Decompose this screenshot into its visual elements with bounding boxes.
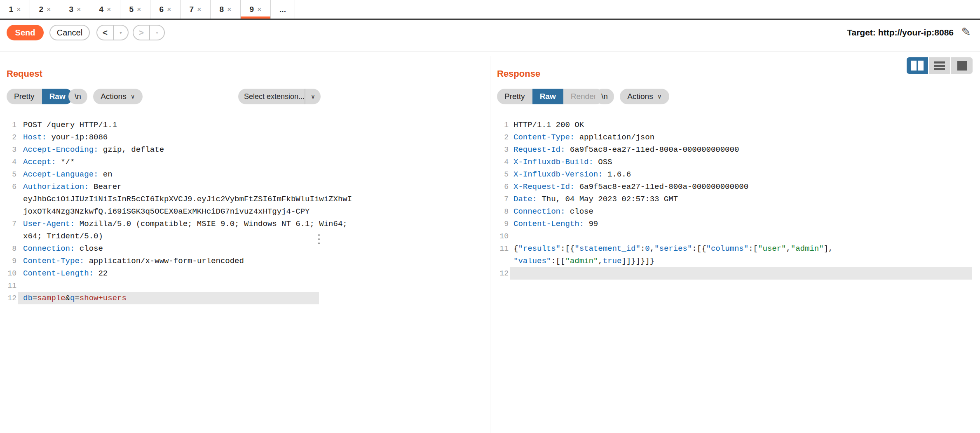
line-number: 12 [0,292,16,304]
code-row: 12db=sample&q=show+users [0,292,490,304]
request-newline-toggle[interactable]: \n [68,89,87,104]
tab-close-icon[interactable]: × [137,6,141,13]
line-number: 1 [0,119,16,131]
response-view-tabs: PrettyRawRender [497,89,604,104]
target-info: Target:http://your-ip:8086 [847,28,954,38]
code-text: db=sample&q=show+users [23,292,127,304]
code-row: x64; Trident/5.0) [0,230,490,242]
code-row: 11 [0,280,490,292]
request-tab-pretty[interactable]: Pretty [7,89,42,104]
line-number: 5 [0,168,16,181]
repeater-toolbar: Send Cancel < ▾ > ▾ Target:http://your-i… [0,25,980,43]
tab-label: 5 [129,5,134,14]
tab-close-icon[interactable]: × [257,6,262,13]
repeater-tab-3[interactable]: 3× [60,0,90,19]
code-text: "values":[["admin",true]]}]}]} [513,255,654,267]
edit-target-pencil-icon[interactable]: ✎ [961,25,971,39]
code-text: joxOTk4Nzg3NzkwfQ.i69iSGK3q5OCEX0aExMKHc… [23,205,310,218]
forward-history-dropdown: ▾ [149,26,164,40]
target-value: http://your-ip:8086 [878,28,954,37]
response-actions-dropdown[interactable]: Actions ∨ [620,89,669,104]
code-text: Host: your-ip:8086 [23,131,108,144]
chevron-down-icon: ∨ [131,93,135,100]
actions-label: Actions [101,92,126,101]
repeater-tab-7[interactable]: 7× [181,0,211,19]
code-row: 10 [490,230,980,242]
response-tab-raw[interactable]: Raw [532,89,563,104]
tab-close-icon[interactable]: × [107,6,111,13]
code-text: User-Agent: Mozilla/5.0 (compatible; MSI… [23,218,347,230]
layout-columns-button[interactable] [907,57,928,74]
repeater-tab-4[interactable]: 4× [90,0,120,19]
code-row: 12 [490,267,980,280]
layout-single-button[interactable] [951,57,973,74]
line-number: 2 [490,131,509,144]
chevron-down-icon: ∨ [657,93,662,100]
tab-label: 7 [189,5,194,14]
target-label: Target: [847,28,876,37]
cancel-button[interactable]: Cancel [49,25,90,40]
repeater-tab-9[interactable]: 9× [241,0,271,19]
tab-close-icon[interactable]: × [227,6,232,13]
code-row: "values":[["admin",true]]}]}]} [490,255,980,267]
code-row: 5X-Influxdb-Version: 1.6.6 [490,168,980,181]
request-editor[interactable]: 1POST /query HTTP/1.12Host: your-ip:8086… [0,119,490,304]
tab-close-icon[interactable]: × [16,6,21,13]
response-editor[interactable]: 1HTTP/1.1 200 OK2Content-Type: applicati… [490,119,980,280]
code-text: Content-Length: 22 [23,267,108,280]
rows-icon [934,61,945,70]
code-text: HTTP/1.1 200 OK [513,119,584,131]
code-row: 11{"results":[{"statement_id":0,"series"… [490,242,980,255]
request-view-tabs: PrettyRaw [7,89,73,104]
repeater-tab-6[interactable]: 6× [150,0,181,19]
caret-down-icon: ▾ [120,30,122,35]
caret-down-icon: ▾ [156,30,158,35]
code-text: Content-Length: 99 [513,218,598,230]
code-row: eyJhbGciOiJIUzI1NiIsInR5cCI6IkpXVCJ9.eyJ… [0,193,490,205]
code-text: Content-Type: application/json [513,131,654,144]
code-text: eyJhbGciOiJIUzI1NiIsInR5cCI6IkpXVCJ9.eyJ… [23,193,352,205]
tab-close-icon[interactable]: × [167,6,171,13]
tab-label: 4 [99,5,103,14]
single-pane-icon [957,61,967,71]
code-row: 4Accept: */* [0,156,490,168]
response-tab-pretty[interactable]: Pretty [497,89,532,104]
tab-close-icon[interactable]: × [47,6,51,13]
code-row: 6Authorization: Bearer [0,181,490,193]
line-number: 6 [490,181,509,193]
repeater-tab-...[interactable]: ... [271,0,295,19]
line-number: 1 [490,119,509,131]
code-text: X-Influxdb-Version: 1.6.6 [513,168,631,181]
layout-rows-button[interactable] [929,57,950,74]
repeater-tab-5[interactable]: 5× [120,0,150,19]
response-newline-toggle[interactable]: \n [595,89,614,104]
select-extension-dropdown[interactable]: Select extension... ∨ [238,89,321,104]
code-text: Accept-Language: en [23,168,113,181]
back-history-dropdown[interactable]: ▾ [113,26,128,40]
tab-close-icon[interactable]: × [197,6,202,13]
repeater-tab-2[interactable]: 2× [30,0,60,19]
back-button[interactable]: < [97,26,113,40]
splitter-grip[interactable] [318,234,320,244]
select-extension-value: Select extension... [238,92,305,101]
repeater-tab-1[interactable]: 1× [0,0,30,19]
tab-close-icon[interactable]: × [77,6,81,13]
code-text: Request-Id: 6a9f5ac8-ea27-11ed-800a-0000… [513,144,739,156]
code-row: 3Request-Id: 6a9f5ac8-ea27-11ed-800a-000… [490,144,980,156]
code-row: 3Accept-Encoding: gzip, deflate [0,144,490,156]
repeater-tab-8[interactable]: 8× [211,0,241,19]
code-row: 6X-Request-Id: 6a9f5ac8-ea27-11ed-800a-0… [490,181,980,193]
tab-label: 6 [159,5,164,14]
tab-label: 8 [219,5,224,14]
columns-icon [918,61,924,71]
code-row: 4X-Influxdb-Build: OSS [490,156,980,168]
line-number: 2 [0,131,16,144]
code-row: 5Accept-Language: en [0,168,490,181]
line-number: 3 [0,144,16,156]
line-number: 4 [0,156,16,168]
code-row: joxOTk4Nzg3NzkwfQ.i69iSGK3q5OCEX0aExMKHc… [0,205,490,218]
send-button[interactable]: Send [7,25,44,40]
line-number: 3 [490,144,509,156]
line-number: 5 [490,168,509,181]
request-actions-dropdown[interactable]: Actions ∨ [93,89,143,104]
